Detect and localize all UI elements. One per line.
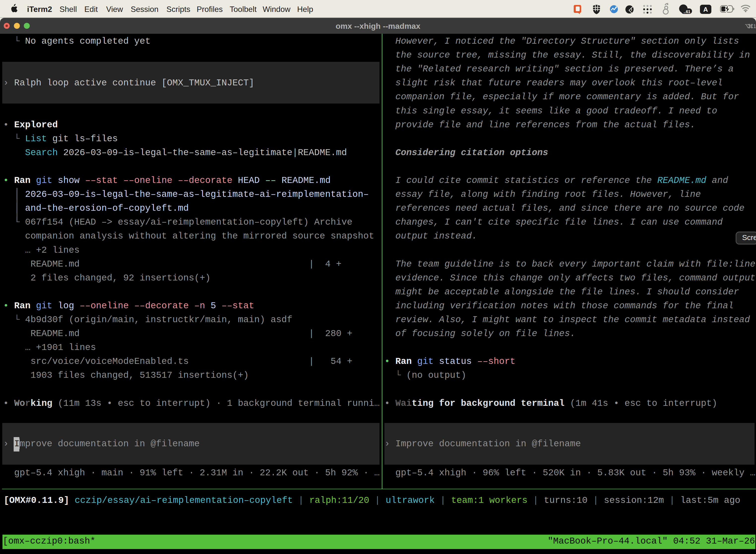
svg-text:A: A (703, 6, 708, 13)
svg-text:1: 1 (753, 23, 756, 29)
svg-text:..61: ..61 (684, 9, 691, 14)
